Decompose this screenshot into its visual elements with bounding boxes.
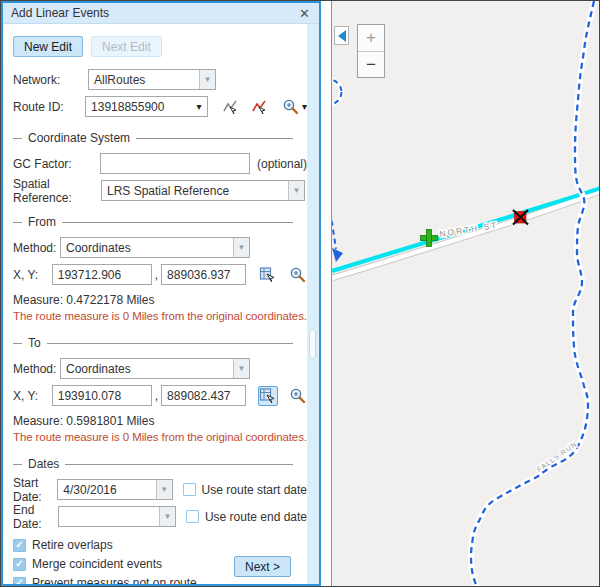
from-method-label: Method: [13, 241, 60, 255]
checkmark-icon: ✓ [15, 540, 23, 550]
start-date-value: 4/30/2016 [58, 483, 155, 497]
select-route-red-icon[interactable] [249, 97, 268, 117]
panel-content: New Edit Next Edit Network: AllRoutes ▼ … [3, 24, 307, 584]
from-legend: From [13, 215, 293, 229]
chevron-down-icon[interactable]: ▼ [199, 70, 215, 89]
spatial-reference-dropdown[interactable]: LRS Spatial Reference ▼ [101, 180, 305, 201]
to-method-label: Method: [13, 362, 60, 376]
route-id-value: 13918855900 [86, 100, 191, 114]
to-x-input[interactable] [52, 385, 152, 406]
xy-separator: , [152, 268, 161, 282]
to-warning-text: The route measure is 0 Miles from the or… [13, 431, 307, 443]
collapse-arrow-icon [338, 30, 346, 42]
close-icon[interactable]: ✕ [296, 7, 313, 20]
select-route-on-map-icon[interactable] [220, 97, 239, 117]
chevron-down-icon[interactable]: ▼ [233, 238, 249, 257]
from-x-input[interactable] [52, 264, 152, 285]
chevron-down-icon[interactable]: ▼ [233, 359, 249, 378]
from-xy-label: X, Y: [13, 268, 52, 282]
chevron-down-icon[interactable]: ▼ [288, 181, 304, 200]
to-legend: To [13, 336, 293, 350]
end-date-label: End Date: [13, 503, 58, 531]
spatial-reference-value: LRS Spatial Reference [102, 184, 288, 198]
from-warning-text: The route measure is 0 Miles from the or… [13, 310, 307, 322]
dates-legend: Dates [13, 457, 293, 471]
coordinate-system-legend: Coordinate System [13, 131, 293, 145]
map-graphics: NORTH ST FALLS RUN [332, 1, 600, 586]
merge-coincident-events-checkbox[interactable]: ✓ [13, 558, 26, 571]
retire-overlaps-checkbox[interactable]: ✓ [13, 539, 26, 552]
collapse-panel-button[interactable] [334, 26, 349, 45]
add-linear-events-panel: Add Linear Events ✕ New Edit Next Edit N… [1, 1, 321, 586]
gc-factor-label: GC Factor: [13, 157, 100, 171]
prevent-measures-label: Prevent measures not on route [32, 576, 197, 584]
zoom-to-to-point-icon[interactable] [288, 386, 307, 406]
from-y-input[interactable] [161, 264, 246, 285]
checkmark-icon: ✓ [15, 578, 23, 584]
from-method-dropdown[interactable]: Coordinates ▼ [60, 237, 250, 258]
from-method-value: Coordinates [61, 241, 233, 255]
use-route-start-date-label: Use route start date [202, 483, 307, 497]
end-date-dropdown[interactable]: ▼ [58, 506, 176, 527]
use-route-end-date-checkbox[interactable] [186, 510, 199, 523]
to-measure-text: Measure: 0.5981801 Miles [13, 414, 307, 428]
network-dropdown[interactable]: AllRoutes ▼ [88, 69, 216, 90]
panel-scrollbar[interactable] [307, 24, 319, 584]
retire-overlaps-label: Retire overlaps [32, 538, 113, 552]
map-view[interactable]: NORTH ST FALLS RUN + − [331, 1, 600, 586]
route-id-label: Route ID: [13, 100, 85, 114]
tributary-arrowhead-icon [332, 248, 343, 262]
checkmark-icon: ✓ [15, 559, 23, 569]
route-id-dropdown[interactable]: 13918855900 ▾ [85, 96, 208, 117]
xy-separator: , [152, 389, 161, 403]
from-measure-text: Measure: 0.4722178 Miles [13, 293, 307, 307]
zoom-out-button[interactable]: − [358, 51, 384, 77]
optional-hint: (optional) [257, 157, 307, 171]
merge-coincident-events-label: Merge coincident events [32, 557, 162, 571]
panel-titlebar: Add Linear Events ✕ [3, 3, 319, 24]
new-edit-button[interactable]: New Edit [13, 36, 83, 57]
zoom-in-button[interactable]: + [358, 25, 384, 51]
to-xy-label: X, Y: [13, 389, 52, 403]
chevron-down-icon[interactable]: ▼ [156, 480, 172, 499]
scrollbar-thumb[interactable] [309, 329, 316, 359]
map-zoom-control: + − [357, 24, 385, 78]
gc-factor-input[interactable] [100, 153, 250, 174]
to-y-input[interactable] [161, 385, 246, 406]
start-date-label: Start Date: [13, 476, 57, 504]
zoom-to-route-icon[interactable] [281, 97, 300, 117]
chevron-down-icon[interactable]: ▼ [159, 507, 175, 526]
pick-from-coordinates-on-map-icon[interactable] [258, 265, 277, 285]
stream-casing [471, 1, 594, 586]
next-button[interactable]: Next > [234, 556, 291, 577]
network-label: Network: [13, 73, 88, 87]
use-route-end-date-label: Use route end date [205, 510, 307, 524]
prevent-measures-checkbox[interactable]: ✓ [13, 577, 26, 585]
tributary-line [332, 203, 336, 249]
zoom-to-from-point-icon[interactable] [288, 265, 307, 285]
start-date-dropdown[interactable]: 4/30/2016 ▼ [57, 479, 172, 500]
pick-to-coordinates-on-map-icon[interactable] [258, 386, 277, 406]
next-edit-button: Next Edit [91, 36, 162, 57]
to-method-dropdown[interactable]: Coordinates ▼ [60, 358, 250, 379]
chevron-down-icon[interactable]: ▾ [191, 97, 207, 116]
use-route-start-date-checkbox[interactable] [183, 483, 196, 496]
spatial-reference-label: Spatial Reference: [13, 177, 101, 205]
network-value: AllRoutes [89, 73, 199, 87]
to-method-value: Coordinates [61, 362, 233, 376]
panel-title: Add Linear Events [11, 6, 296, 20]
stream-line [471, 1, 594, 586]
to-point-marker-icon[interactable] [513, 210, 528, 225]
